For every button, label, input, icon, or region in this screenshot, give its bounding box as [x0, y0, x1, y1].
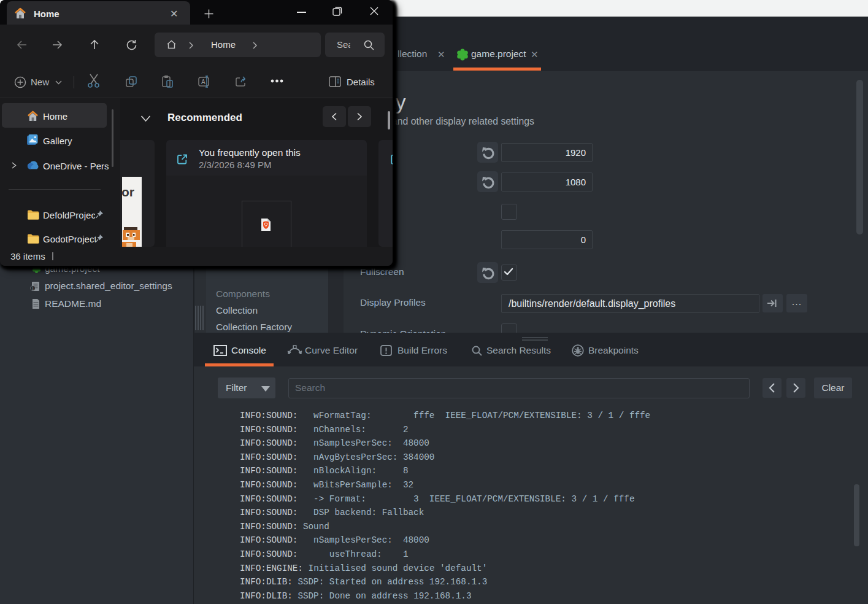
svg-text:i: i: [32, 285, 33, 291]
svg-text:A: A: [201, 79, 205, 85]
